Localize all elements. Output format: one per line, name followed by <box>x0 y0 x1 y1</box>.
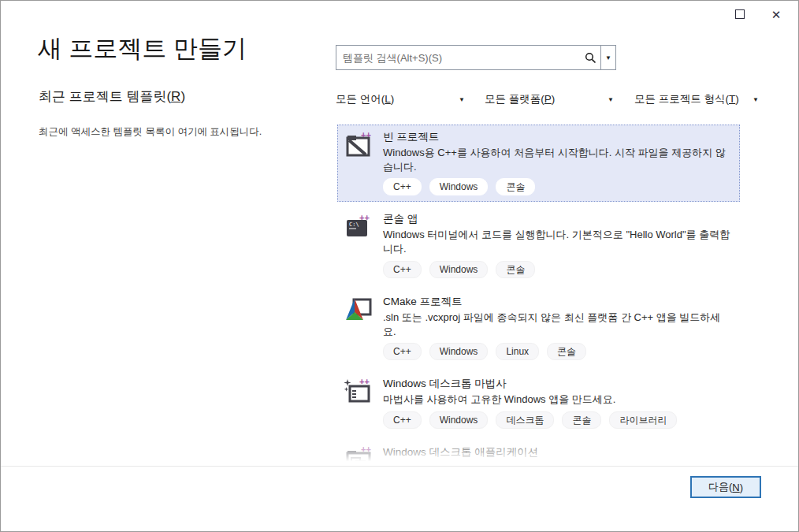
close-button[interactable]: ✕ <box>760 2 792 26</box>
maximize-icon <box>735 9 745 19</box>
template-tags: C++ Windows Linux 콘솔 <box>383 343 731 360</box>
tag-console[interactable]: 콘솔 <box>562 411 601 429</box>
next-button[interactable]: 다음(N) <box>690 476 761 498</box>
tag-cpp[interactable]: C++ <box>383 178 422 195</box>
template-name: CMake 프로젝트 <box>383 295 731 309</box>
maximize-button[interactable] <box>724 2 756 26</box>
svg-text:++: ++ <box>359 213 370 222</box>
cmake-icon <box>344 296 373 324</box>
svg-text:++: ++ <box>359 378 370 386</box>
template-description: Windows 터미널에서 코드를 실행합니다. 기본적으로 "Hello Wo… <box>383 228 731 255</box>
template-item-console-app[interactable]: C:\ ++ 콘솔 앱 Windows 터미널에서 코드를 실행합니다. 기본적… <box>337 206 740 284</box>
tag-windows[interactable]: Windows <box>429 261 489 278</box>
template-tags: C++ Windows 콘솔 <box>383 261 731 278</box>
tag-console[interactable]: 콘솔 <box>496 261 535 278</box>
template-description: Windows용 C++를 사용하여 처음부터 시작합니다. 시작 파일을 제공… <box>383 146 731 173</box>
tag-cpp[interactable]: C++ <box>383 343 422 360</box>
console-app-icon: C:\ ++ <box>344 213 373 241</box>
create-new-project-dialog: ✕ 새 프로젝트 만들기 최근 프로젝트 템플릿(R) 최근에 액세스한 템플릿… <box>0 0 799 532</box>
tag-console[interactable]: 콘솔 <box>547 343 586 360</box>
template-item-windows-desktop-wizard[interactable]: ++ Windows 데스크톱 마법사 마법사를 사용하여 고유한 Window… <box>337 371 740 435</box>
filter-label: 모든 프로젝트 형식(T) <box>634 92 739 106</box>
recent-templates-hint: 최근에 액세스한 템플릿 목록이 여기에 표시됩니다. <box>39 125 262 139</box>
desktop-application-icon: ++ <box>344 446 373 466</box>
tag-linux[interactable]: Linux <box>496 343 539 360</box>
filter-label: 모든 언어(L) <box>336 92 394 106</box>
filter-label: 모든 플랫폼(P) <box>485 92 555 106</box>
filter-all-languages[interactable]: 모든 언어(L) ▼ <box>336 89 466 110</box>
chevron-down-icon: ▼ <box>459 96 466 103</box>
tag-windows[interactable]: Windows <box>429 411 489 429</box>
close-icon: ✕ <box>771 9 782 20</box>
template-name: 빈 프로젝트 <box>383 130 731 144</box>
template-search-box: ▼ <box>336 45 616 70</box>
svg-text:++: ++ <box>361 446 371 454</box>
tag-windows[interactable]: Windows <box>429 178 489 195</box>
tag-cpp[interactable]: C++ <box>383 261 422 278</box>
filter-all-platforms[interactable]: 모든 플랫폼(P) ▼ <box>485 89 615 110</box>
tag-library[interactable]: 라이브러리 <box>609 411 677 429</box>
tag-console[interactable]: 콘솔 <box>496 178 535 195</box>
svg-text:C:\: C:\ <box>349 221 359 228</box>
tag-cpp[interactable]: C++ <box>383 411 422 429</box>
chevron-down-icon: ▼ <box>753 96 760 103</box>
template-name: 콘솔 앱 <box>383 212 731 226</box>
filter-all-project-types[interactable]: 모든 프로젝트 형식(T) ▼ <box>634 89 760 110</box>
search-dropdown-caret-icon[interactable]: ▼ <box>601 46 615 69</box>
tag-desktop[interactable]: 데스크톱 <box>496 411 554 429</box>
chevron-down-icon: ▼ <box>608 96 615 103</box>
template-name: Windows 데스크톱 마법사 <box>383 377 731 391</box>
template-tags: C++ Windows 데스크톱 콘솔 라이브러리 <box>383 411 731 429</box>
template-name: Windows 데스크톱 애플리케이션 <box>383 445 731 459</box>
template-description: .sln 또는 .vcxproj 파일에 종속되지 않은 최신 플랫폼 간 C+… <box>383 311 731 338</box>
template-list: ++ 빈 프로젝트 Windows용 C++를 사용하여 처음부터 시작합니다.… <box>337 125 740 466</box>
template-item-windows-desktop-application[interactable]: ++ Windows 데스크톱 애플리케이션 Windows에서 실행되는 그래… <box>337 440 740 466</box>
desktop-wizard-icon: ++ <box>344 378 373 406</box>
empty-project-icon: ++ <box>344 131 373 159</box>
template-item-cmake-project[interactable]: CMake 프로젝트 .sln 또는 .vcxproj 파일에 종속되지 않은 … <box>337 289 740 366</box>
template-description: 마법사를 사용하여 고유한 Windows 앱을 만드세요. <box>383 392 731 407</box>
footer-divider <box>1 466 799 467</box>
search-icon[interactable] <box>580 46 600 69</box>
page-title: 새 프로젝트 만들기 <box>38 32 247 65</box>
template-item-empty-project[interactable]: ++ 빈 프로젝트 Windows용 C++를 사용하여 처음부터 시작합니다.… <box>337 125 740 202</box>
svg-text:++: ++ <box>361 131 371 140</box>
template-tags: C++ Windows 콘솔 <box>383 178 731 195</box>
recent-templates-heading: 최근 프로젝트 템플릿(R) <box>39 87 185 106</box>
search-input[interactable] <box>336 46 580 69</box>
tag-windows[interactable]: Windows <box>429 343 489 360</box>
